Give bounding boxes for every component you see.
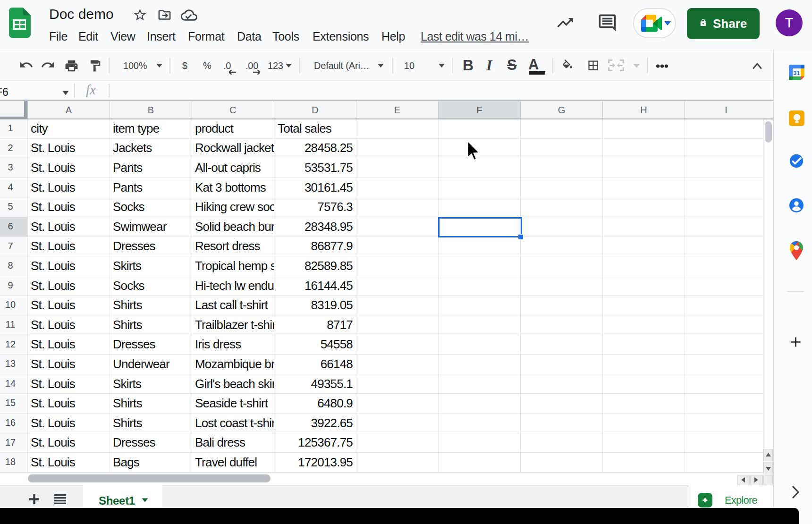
svg-text:31: 31	[793, 69, 800, 76]
